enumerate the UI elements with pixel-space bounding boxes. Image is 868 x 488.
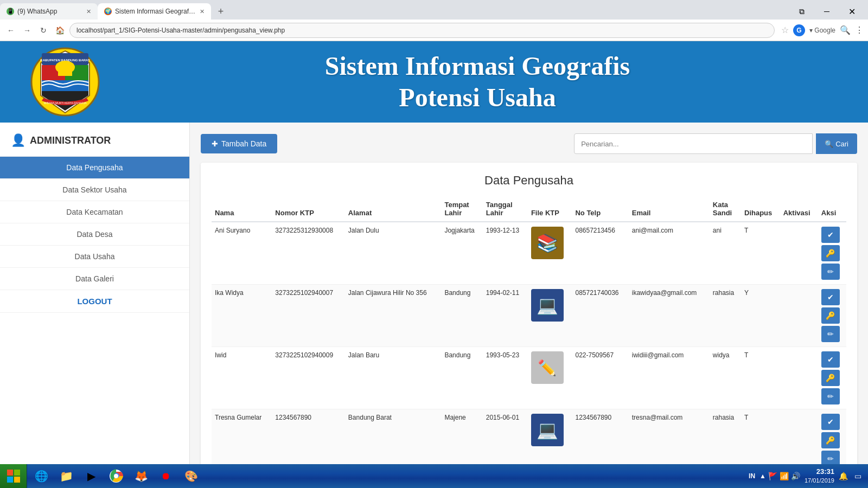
restore-window-button[interactable]: ⧉ — [790, 3, 814, 20]
taskbar-chrome-button[interactable] — [104, 465, 128, 487]
key-button-row-3[interactable]: 🔑 — [821, 432, 840, 448]
speaker-icon[interactable]: 🔊 — [791, 472, 800, 480]
refresh-button[interactable]: ↻ — [37, 24, 50, 37]
search-icon: 🔍 — [825, 140, 833, 148]
tab-sig[interactable]: 🌍 Sistem Informasi Geografis P... ✕ — [98, 3, 211, 20]
flag-icon: 🚩 — [768, 472, 777, 480]
sidebar-item-data-pengusaha[interactable]: Data Pengusaha — [0, 157, 189, 179]
forward-button[interactable]: → — [21, 24, 34, 37]
search-button[interactable]: 🔍 Cari — [816, 133, 857, 154]
cell-alamat: Bandung Barat — [345, 409, 442, 472]
sidebar-link-data-pengusaha[interactable]: Data Pengusaha — [0, 157, 189, 179]
edit-button-row-1[interactable]: ✏ — [821, 326, 840, 342]
key-button-row-0[interactable]: 🔑 — [821, 245, 840, 261]
new-tab-button[interactable]: + — [213, 4, 228, 19]
cell-alamat: Jalan Cijawura Hilir No 356 — [345, 285, 442, 347]
edit-button-row-2[interactable]: ✏ — [821, 388, 840, 404]
col-tempat-lahir: TempatLahir — [441, 196, 482, 222]
cell-email: ikawidyaa@gmail.com — [629, 285, 710, 347]
cell-nomor-ktp: 1234567890 — [272, 409, 345, 472]
sidebar-link-data-desa[interactable]: Data Desa — [0, 223, 189, 246]
check-button-row-1[interactable]: ✔ — [821, 289, 840, 305]
sidebar-item-data-galeri[interactable]: Data Galeri — [0, 268, 189, 290]
check-button-row-2[interactable]: ✔ — [821, 351, 840, 368]
sidebar-link-data-kecamatan[interactable]: Data Kecamatan — [0, 201, 189, 223]
cell-tanggal-lahir: 1993-12-13 — [483, 222, 528, 285]
edit-button-row-0[interactable]: ✏ — [821, 264, 840, 280]
svg-rect-14 — [14, 477, 20, 483]
cell-tempat-lahir: Majene — [441, 409, 482, 472]
arrow-up-icon[interactable]: ▲ — [760, 472, 766, 480]
taskbar-explorer-button[interactable]: 📁 — [54, 465, 78, 487]
cell-aksi: ✔ 🔑 ✏ — [818, 409, 846, 472]
taskbar-uc-button[interactable]: 🦊 — [129, 465, 153, 487]
check-button-row-0[interactable]: ✔ — [821, 227, 840, 243]
close-window-button[interactable]: ✕ — [840, 3, 864, 20]
show-desktop-icon[interactable]: ▭ — [854, 472, 861, 480]
cell-tempat-lahir: Jogjakarta — [441, 222, 482, 285]
start-button[interactable] — [0, 464, 27, 488]
key-button-row-2[interactable]: 🔑 — [821, 370, 840, 386]
col-aktivasi: Aktivasi — [780, 196, 818, 222]
sidebar-link-data-usaha[interactable]: Data Usaha — [0, 246, 189, 268]
check-button-row-3[interactable]: ✔ — [821, 414, 840, 430]
tab-sig-label: Sistem Informasi Geografis P... — [115, 8, 196, 15]
cell-file-ktp: 💻 — [528, 409, 572, 472]
col-nomor-ktp: Nomor KTP — [272, 196, 345, 222]
cell-aksi: ✔ 🔑 ✏ — [818, 347, 846, 409]
cell-tempat-lahir: Bandung — [441, 285, 482, 347]
sidebar-item-logout[interactable]: LOGOUT — [0, 290, 189, 313]
table-title: Data Pengusaha — [212, 174, 846, 188]
cell-file-ktp: ✏️ — [528, 347, 572, 409]
cell-nama: Iwid — [212, 347, 272, 409]
cell-kata-sandi: rahasia — [710, 409, 741, 472]
key-button-row-1[interactable]: 🔑 — [821, 307, 840, 324]
cell-tanggal-lahir: 2015-06-01 — [483, 409, 528, 472]
close-tab-sig[interactable]: ✕ — [200, 8, 205, 15]
search-input[interactable] — [574, 133, 813, 154]
taskbar-media-button[interactable]: ▶ — [79, 465, 103, 487]
notifications-icon[interactable]: 🔔 — [839, 472, 848, 480]
taskbar-date: 17/01/2019 — [805, 477, 834, 485]
add-data-button[interactable]: ✚ Tambah Data — [201, 134, 277, 153]
home-button[interactable]: 🏠 — [53, 24, 66, 37]
taskbar-time: 23:31 — [805, 467, 834, 477]
svg-rect-7 — [58, 67, 72, 76]
account-icon[interactable]: G — [793, 24, 805, 36]
close-tab-whatsapp[interactable]: ✕ — [86, 8, 91, 15]
back-button[interactable]: ← — [4, 24, 17, 37]
site-title: Sistem Informasi Geografis Potensi Usaha — [108, 50, 846, 113]
table-row: Iwid 3273225102940009 Jalan Baru Bandung… — [212, 347, 846, 409]
sidebar-item-data-usaha[interactable]: Data Usaha — [0, 246, 189, 268]
sidebar-link-data-galeri[interactable]: Data Galeri — [0, 268, 189, 290]
svg-rect-13 — [7, 477, 13, 483]
minimize-window-button[interactable]: ─ — [815, 3, 839, 20]
taskbar-system-icons: ▲ 🚩 📶 🔊 — [760, 472, 800, 480]
taskbar-record-button[interactable]: ⏺ — [154, 465, 178, 487]
taskbar-apps: 🌐 📁 ▶ 🦊 ⏺ 🎨 — [27, 465, 742, 487]
sidebar-item-data-kecamatan[interactable]: Data Kecamatan — [0, 201, 189, 223]
menu-icon[interactable]: ⋮ — [855, 25, 864, 35]
taskbar-ie-button[interactable]: 🌐 — [29, 465, 53, 487]
cell-kata-sandi: ani — [710, 222, 741, 285]
sidebar-link-data-sektor-usaha[interactable]: Data Sektor Usaha — [0, 179, 189, 201]
sidebar-item-data-sektor-usaha[interactable]: Data Sektor Usaha — [0, 179, 189, 201]
sidebar-item-data-desa[interactable]: Data Desa — [0, 223, 189, 246]
data-card: Data Pengusaha Nama Nomor KTP Alamat Tem… — [201, 163, 857, 483]
account-label: ▾ Google — [809, 27, 835, 34]
cell-dihapus: T — [741, 347, 780, 409]
data-table: Nama Nomor KTP Alamat TempatLahir Tangga… — [212, 196, 846, 472]
tab-whatsapp[interactable]: 📱 (9) WhatsApp ✕ — [0, 3, 98, 20]
taskbar-paint-button[interactable]: 🎨 — [179, 465, 203, 487]
cell-kata-sandi: rahasia — [710, 285, 741, 347]
content-area: ✚ Tambah Data 🔍 Cari Data Pengusaha — [190, 123, 868, 488]
address-bar[interactable] — [69, 23, 775, 38]
bookmark-icon[interactable]: ☆ — [781, 25, 789, 35]
search-chrome-icon[interactable]: 🔍 — [840, 25, 851, 35]
cell-no-telp: 08657213456 — [572, 222, 628, 285]
taskbar-clock: 23:31 17/01/2019 — [805, 467, 834, 485]
cell-dihapus: T — [741, 409, 780, 472]
col-dihapus: Dihapus — [741, 196, 780, 222]
sidebar-link-logout[interactable]: LOGOUT — [0, 290, 189, 313]
svg-text:WIBAWA MUKTI KERTA RAHARJA: WIBAWA MUKTI KERTA RAHARJA — [43, 101, 87, 105]
